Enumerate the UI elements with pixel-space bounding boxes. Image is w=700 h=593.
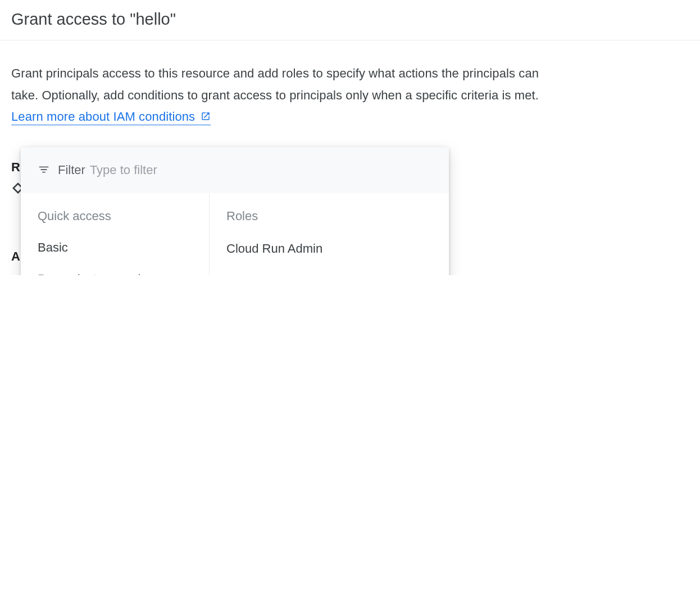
roles-header: Roles — [210, 209, 449, 232]
description-body: Grant principals access to this resource… — [11, 66, 539, 102]
dropdown-body: Quick access Basic By product or service… — [21, 193, 449, 275]
role-picker-dropdown: Filter Quick access Basic By product or … — [21, 147, 449, 275]
filter-icon — [38, 163, 50, 177]
filter-input[interactable] — [90, 163, 258, 177]
page-title: Grant access to "hello" — [0, 0, 700, 40]
role-cloud-run-admin[interactable]: Cloud Run Admin — [210, 232, 449, 265]
categories-column: Quick access Basic By product or service… — [21, 193, 210, 275]
filter-bar: Filter — [21, 147, 449, 193]
category-basic[interactable]: Basic — [21, 231, 209, 264]
role-cloud-run-developer[interactable]: Cloud Run Developer — [210, 265, 449, 275]
filter-label: Filter — [58, 163, 85, 177]
roles-column: Roles Cloud Run Admin Cloud Run Develope… — [210, 193, 449, 275]
by-product-header: By product or service — [21, 264, 209, 275]
bg-link-about-principals[interactable]: about principals — [449, 274, 537, 275]
external-link-icon — [201, 107, 211, 129]
quick-access-header: Quick access — [21, 201, 209, 231]
learn-more-label: Learn more about IAM conditions — [11, 110, 195, 124]
learn-more-link[interactable]: Learn more about IAM conditions — [11, 110, 211, 125]
description-text: Grant principals access to this resource… — [11, 63, 551, 129]
